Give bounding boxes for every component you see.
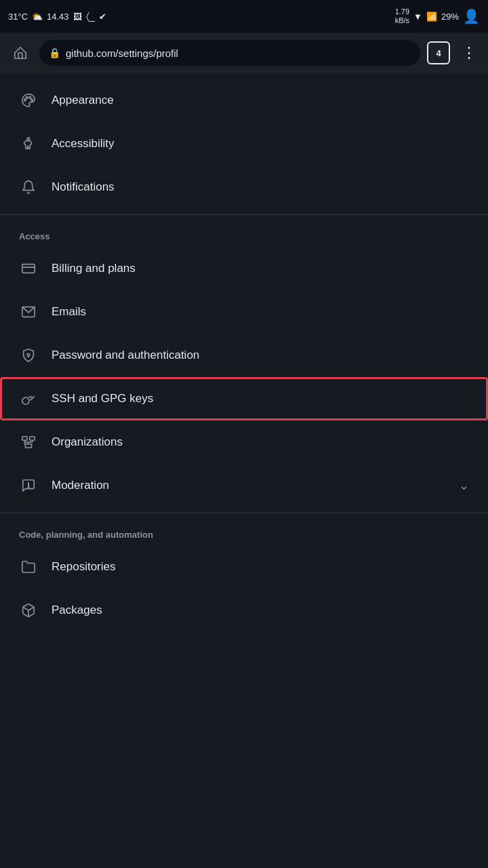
- wifi-icon: ▼: [413, 12, 422, 22]
- password-label: Password and authentication: [52, 349, 469, 362]
- mail-icon: [19, 302, 38, 321]
- profile-icon: 👤: [463, 8, 480, 24]
- svg-point-3: [31, 99, 33, 101]
- browser-bar: 🔒 github.com/settings/profil 4 ⋮: [0, 33, 488, 73]
- svg-rect-11: [22, 437, 27, 441]
- moderation-label: Moderation: [52, 479, 445, 492]
- emails-label: Emails: [52, 305, 469, 319]
- access-section-header: Access: [0, 220, 488, 247]
- status-bar: 31°C ⛅ 14.43 🖼 〈_ ✔ 1.79kB/s ▼ 📶 29% 👤: [0, 0, 488, 33]
- home-button[interactable]: [8, 41, 33, 65]
- sidebar-item-ssh[interactable]: SSH and GPG keys: [0, 377, 488, 420]
- shield-icon: [19, 346, 38, 365]
- svg-rect-5: [22, 264, 35, 273]
- sidebar-item-packages[interactable]: Packages: [0, 589, 488, 632]
- sidebar-item-notifications[interactable]: Notifications: [0, 165, 488, 209]
- sidebar-item-moderation[interactable]: Moderation ⌄: [0, 464, 488, 507]
- paintbrush-icon: [19, 91, 38, 110]
- svg-rect-13: [25, 444, 31, 448]
- repositories-label: Repositories: [52, 560, 469, 574]
- organizations-label: Organizations: [52, 435, 469, 449]
- status-right: 1.79kB/s ▼ 📶 29% 👤: [395, 7, 480, 25]
- svg-point-0: [24, 99, 26, 101]
- tabs-button[interactable]: 4: [427, 41, 450, 64]
- ssh-label: SSH and GPG keys: [52, 392, 469, 406]
- image-icon: 🖼: [73, 12, 82, 22]
- svg-rect-12: [30, 437, 35, 441]
- appearance-label: Appearance: [52, 94, 469, 107]
- svg-point-2: [29, 97, 31, 99]
- battery: 29%: [441, 12, 459, 22]
- sidebar-item-accessibility[interactable]: Accessibility: [0, 122, 488, 165]
- code-section-header: Code, planning, and automation: [0, 519, 488, 545]
- billing-label: Billing and plans: [52, 262, 469, 275]
- divider-2: [0, 513, 488, 513]
- time: 14.43: [47, 12, 69, 22]
- key-icon: [19, 389, 38, 408]
- svg-point-19: [28, 487, 28, 488]
- signal-icon: 📶: [426, 12, 437, 22]
- org-icon: [19, 433, 38, 452]
- terminal-icon: 〈_: [86, 10, 95, 22]
- settings-list: Appearance Accessibility Notifications A…: [0, 73, 488, 637]
- accessibility-icon: [19, 134, 38, 153]
- sidebar-item-emails[interactable]: Emails: [0, 290, 488, 334]
- bell-icon: [19, 178, 38, 197]
- more-button[interactable]: ⋮: [457, 41, 480, 64]
- lock-icon: 🔒: [49, 47, 60, 58]
- url-text: github.com/settings/profil: [66, 47, 178, 59]
- packages-label: Packages: [52, 604, 469, 617]
- sidebar-item-billing[interactable]: Billing and plans: [0, 247, 488, 290]
- accessibility-label: Accessibility: [52, 137, 469, 151]
- status-left: 31°C ⛅ 14.43 🖼 〈_ ✔: [8, 10, 106, 22]
- divider-1: [0, 214, 488, 215]
- moderation-icon: [19, 476, 38, 495]
- weather-icon: ⛅: [32, 12, 43, 22]
- repo-icon: [19, 557, 38, 576]
- address-bar[interactable]: 🔒 github.com/settings/profil: [39, 40, 420, 66]
- network-speed: 1.79kB/s: [395, 7, 409, 25]
- svg-point-1: [26, 97, 28, 99]
- temperature: 31°C: [8, 12, 28, 22]
- package-icon: [19, 601, 38, 620]
- sidebar-item-appearance[interactable]: Appearance: [0, 79, 488, 122]
- moderation-chevron: ⌄: [459, 478, 469, 493]
- credit-card-icon: [19, 259, 38, 278]
- svg-point-4: [27, 138, 30, 140]
- download-icon: ✔: [99, 12, 106, 22]
- svg-point-10: [22, 397, 29, 404]
- sidebar-item-repositories[interactable]: Repositories: [0, 545, 488, 589]
- sidebar-item-organizations[interactable]: Organizations: [0, 420, 488, 464]
- notifications-label: Notifications: [52, 180, 469, 194]
- sidebar-item-password[interactable]: Password and authentication: [0, 334, 488, 377]
